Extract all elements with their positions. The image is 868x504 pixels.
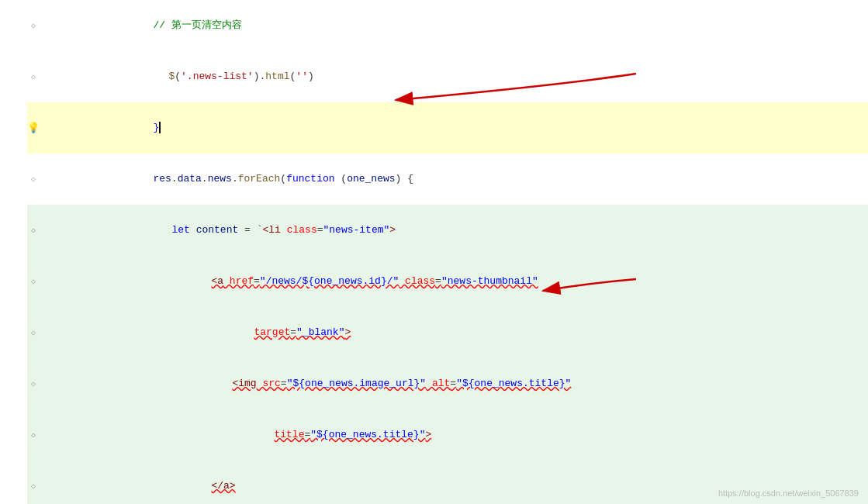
t6-eq: =: [254, 275, 260, 287]
gutter-9: [0, 409, 27, 461]
t8-val1: "${one_news.image_url}": [287, 378, 426, 389]
fold-arrow-1[interactable]: ◇: [31, 21, 36, 30]
line-5-content: let content = `<li class="news-item">: [40, 205, 868, 256]
t4-4: .: [202, 173, 208, 185]
code-line-8: ◇ <img src="${one_news.image_url}" alt="…: [0, 358, 868, 409]
gutter-icon-10: ◇: [27, 461, 40, 504]
token-2-fn: html: [265, 71, 289, 82]
code-line-7: ◇ target="_blank">: [0, 307, 868, 358]
t4-9: function: [286, 173, 334, 185]
t4-12: ) {: [396, 173, 413, 185]
line-6-content: <a href="/news/${one_news.id}/" class="n…: [40, 256, 868, 307]
line-7-content: target="_blank">: [40, 307, 868, 358]
fold-arrow-9[interactable]: ◇: [31, 430, 36, 440]
gutter-2: [0, 51, 27, 102]
t7-attr: target: [254, 326, 290, 338]
token-comment-1: // 第一页清空内容: [153, 19, 241, 31]
indent-2: [91, 71, 168, 82]
line-4-content: res.data.news.forEach(function (one_news…: [40, 154, 868, 205]
fold-arrow-8[interactable]: ◇: [31, 379, 36, 388]
indent-6: [91, 275, 211, 287]
t6-eq2: =: [435, 275, 441, 287]
indent-5: [91, 224, 171, 236]
t5-2: [190, 224, 196, 236]
indent-10: [91, 480, 211, 492]
token-2-p4: ): [308, 71, 314, 82]
fold-arrow-6[interactable]: ◇: [31, 277, 36, 286]
t6-attr: href: [223, 275, 254, 287]
token-3-brace: }: [153, 122, 159, 133]
gutter-icon-9: ◇: [27, 409, 40, 461]
t6-val2: "news-thumbnail": [441, 275, 538, 287]
line-8-content: <img src="${one_news.image_url}" alt="${…: [40, 358, 868, 409]
gutter-1: [0, 0, 27, 51]
indent-9: [91, 429, 274, 440]
fold-arrow-5[interactable]: ◇: [31, 226, 36, 235]
token-2-p1: (: [175, 71, 181, 82]
gutter-icon-8: ◇: [27, 358, 40, 409]
t4-3: data: [178, 173, 202, 185]
line-1-content: // 第一页清空内容: [40, 0, 868, 51]
gutter-6: [0, 256, 27, 307]
fold-arrow-4[interactable]: ◇: [31, 174, 36, 184]
t9-close: >: [425, 429, 431, 440]
t4-7: forEach: [238, 173, 281, 185]
token-2-str2: '': [296, 71, 308, 82]
lightbulb-icon[interactable]: 💡: [27, 122, 40, 134]
indent-8: [91, 378, 232, 389]
fold-arrow-10[interactable]: ◇: [31, 482, 36, 491]
gutter-icon-3: 💡: [27, 102, 40, 154]
t8-attr2: alt: [426, 378, 450, 389]
code-line-3: 💡 }: [0, 102, 868, 154]
t5-3: content: [196, 224, 239, 236]
t6-tag: <a: [211, 275, 223, 287]
t8-val2: "${one_news.title}": [456, 378, 571, 389]
t5-1: let: [171, 224, 189, 236]
t4-5: news: [208, 173, 232, 185]
line-9-content: title="${one_news.title}">: [40, 409, 868, 461]
t5-9: >: [389, 224, 396, 236]
fold-arrow-2[interactable]: ◇: [31, 72, 36, 81]
t8-eq2: =: [450, 378, 456, 389]
indent-3: [91, 122, 153, 133]
gutter-icon-2: ◇: [27, 51, 40, 102]
code-line-6: ◇ <a href="/news/${one_news.id}/" class=…: [0, 256, 868, 307]
t5-6: class: [281, 224, 317, 236]
watermark: https://blog.csdn.net/weixin_5067839: [718, 488, 859, 498]
gutter-8: [0, 358, 27, 409]
gutter-3: [0, 102, 27, 154]
t5-5: <li: [262, 224, 280, 236]
t8-eq1: =: [281, 378, 287, 389]
code-line-4: ◇ res.data.news.forEach(function (one_ne…: [0, 154, 868, 205]
code-line-5: ◇ let content = `<li class="news-item">: [0, 205, 868, 256]
token-2-str: '.news-list': [181, 71, 254, 82]
fold-arrow-7[interactable]: ◇: [31, 328, 36, 337]
t5-4: = `: [238, 224, 262, 236]
cursor: [159, 122, 161, 133]
gutter-7: [0, 307, 27, 358]
t7-val: "_blank": [296, 326, 344, 338]
t4-1: res: [153, 173, 171, 185]
code-line-1: ◇ // 第一页清空内容: [0, 0, 868, 51]
t6-val: "/news/${one_news.id}/": [260, 275, 399, 287]
t5-7: =: [317, 224, 323, 236]
gutter-5: [0, 205, 27, 256]
code-lines: ◇ // 第一页清空内容 ◇ $('.news-list').html('') …: [0, 0, 868, 504]
gutter-10: [0, 461, 27, 504]
line-2-content: $('.news-list').html(''): [40, 51, 868, 102]
code-editor: ◇ // 第一页清空内容 ◇ $('.news-list').html('') …: [0, 0, 868, 504]
t4-8: (: [280, 173, 286, 185]
code-line-9: ◇ title="${one_news.title}">: [0, 409, 868, 461]
t4-6: .: [232, 173, 238, 185]
t8-attr1: src: [257, 378, 281, 389]
t5-8: "news-item": [323, 224, 390, 236]
t7-eq: =: [290, 326, 296, 338]
t6-attr2: class: [399, 275, 435, 287]
t4-2: .: [171, 173, 178, 185]
t7-close: >: [344, 326, 351, 338]
code-line-2: ◇ $('.news-list').html(''): [0, 51, 868, 102]
gutter-icon-6: ◇: [27, 256, 40, 307]
gutter-icon-4: ◇: [27, 154, 40, 205]
gutter-icon-1: ◇: [27, 0, 40, 51]
line-3-content: }: [40, 102, 868, 154]
